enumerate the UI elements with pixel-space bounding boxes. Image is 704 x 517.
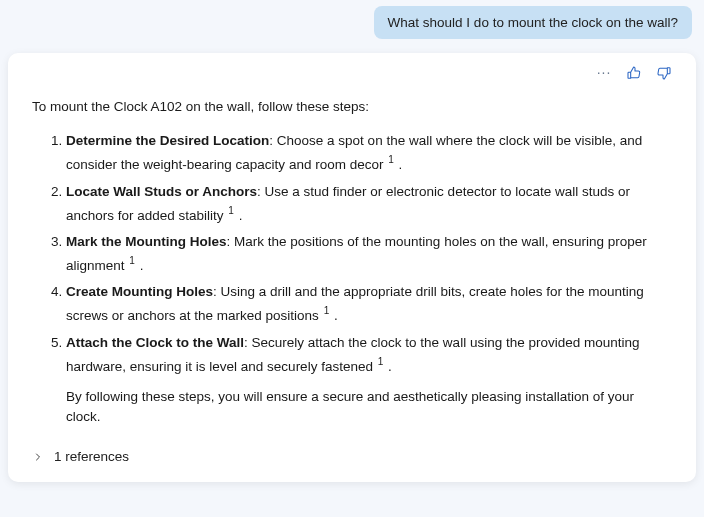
references-label: 1 references bbox=[54, 449, 129, 464]
user-message-row: What should I do to mount the clock on t… bbox=[8, 6, 696, 39]
step-tail: . bbox=[330, 308, 338, 323]
user-message-text: What should I do to mount the clock on t… bbox=[388, 15, 678, 30]
step-tail: . bbox=[384, 358, 392, 373]
response-outro: By following these steps, you will ensur… bbox=[66, 387, 672, 428]
citation-marker[interactable]: 1 bbox=[128, 255, 136, 266]
list-item: Determine the Desired Location: Choose a… bbox=[66, 131, 672, 175]
references-toggle[interactable]: 1 references bbox=[32, 449, 672, 464]
list-item: Mark the Mounting Holes: Mark the positi… bbox=[66, 232, 672, 276]
more-icon[interactable]: ··· bbox=[596, 65, 612, 81]
thumbs-down-icon[interactable] bbox=[656, 65, 672, 81]
steps-list: Determine the Desired Location: Choose a… bbox=[56, 131, 672, 427]
chevron-right-icon bbox=[32, 451, 44, 463]
user-message-bubble: What should I do to mount the clock on t… bbox=[374, 6, 692, 39]
step-title: Locate Wall Studs or Anchors bbox=[66, 184, 257, 199]
citation-marker[interactable]: 1 bbox=[387, 154, 395, 165]
step-title: Mark the Mounting Holes bbox=[66, 234, 227, 249]
response-intro: To mount the Clock A102 on the wall, fol… bbox=[32, 97, 672, 117]
thumbs-up-icon[interactable] bbox=[626, 65, 642, 81]
step-title: Create Mounting Holes bbox=[66, 284, 213, 299]
step-title: Attach the Clock to the Wall bbox=[66, 335, 244, 350]
list-item: Create Mounting Holes: Using a drill and… bbox=[66, 282, 672, 326]
list-item: Attach the Clock to the Wall: Securely a… bbox=[66, 333, 672, 428]
response-action-bar: ··· bbox=[32, 65, 672, 81]
assistant-response-card: ··· To mount the Clock A102 on the wall,… bbox=[8, 53, 696, 482]
step-title: Determine the Desired Location bbox=[66, 133, 269, 148]
step-tail: . bbox=[136, 257, 144, 272]
list-item: Locate Wall Studs or Anchors: Use a stud… bbox=[66, 182, 672, 226]
step-tail: . bbox=[395, 157, 403, 172]
citation-marker[interactable]: 1 bbox=[227, 205, 235, 216]
step-tail: . bbox=[235, 207, 243, 222]
